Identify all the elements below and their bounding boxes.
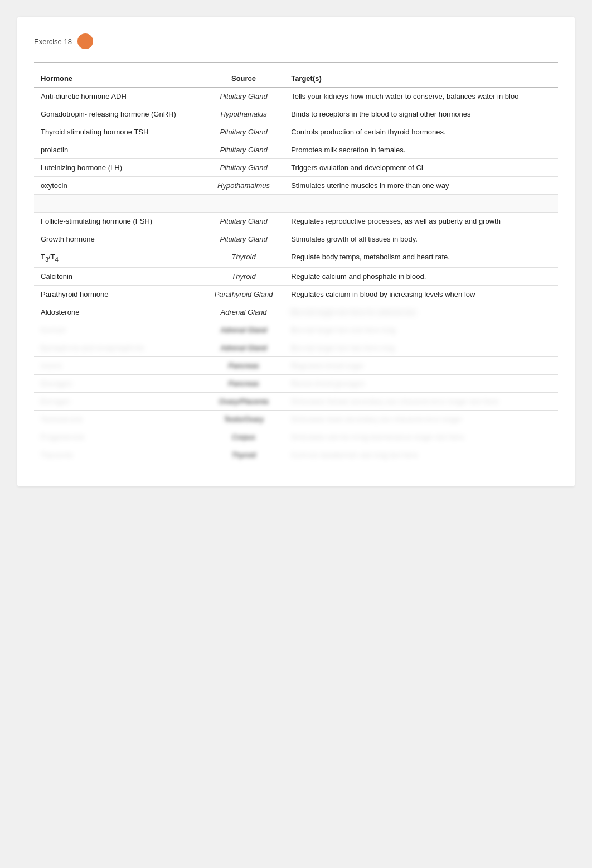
cell-hormone: Anti-diuretic hormone ADH [34, 88, 203, 105]
cell-hormone: Gonadotropin- releasing hormone (GnRH) [34, 105, 203, 123]
table-row: CortisolAdrenal GlandBlurred target text… [34, 321, 558, 339]
cell-hormone: oxytocin [34, 177, 203, 195]
cell-hormone-blurred: Insulin [34, 356, 203, 374]
cell-target-blurred: Raises blood glucagon [284, 374, 558, 392]
column-header-source: Source [203, 69, 284, 88]
table-row: prolactinPituitary GlandPromotes milk se… [34, 141, 558, 159]
page-container: Exercise 18 Hormone Source Target(s) Ant… [17, 17, 575, 486]
cell-hormone-blurred: Progesterone [34, 428, 203, 446]
cell-source-blurred: Corpus [203, 428, 284, 446]
table-row: ProgesteroneCorpusStimulates uterine lin… [34, 428, 558, 446]
cell-target-blurred: Stimulates male secondary sex characteri… [284, 410, 558, 428]
cell-source: Hypothamalus [203, 105, 284, 123]
cell-source: Hypothamalmus [203, 177, 284, 195]
table-header-row: Hormone Source Target(s) [34, 69, 558, 88]
cell-hormone-blurred: Thyroxine [34, 446, 203, 464]
cell-source: Thyroid [203, 267, 284, 285]
table-row: oxytocinHypothamalmusStimulates uterine … [34, 177, 558, 195]
cell-target-blurred: Regulates blood sugar [284, 356, 558, 374]
cell-target: Tells your kidneys how much water to con… [284, 88, 558, 105]
column-header-hormone: Hormone [34, 69, 203, 88]
table-row: EstrogenOvary/PlacentaStimulates female … [34, 392, 558, 410]
table-row: Follicle-stimulating hormone (FSH)Pituit… [34, 213, 558, 230]
cell-source-blurred: Ovary/Placenta [203, 392, 284, 410]
cell-target: Promotes milk secretion in females. [284, 141, 558, 159]
table-row: TestosteroneTestis/OvaryStimulates male … [34, 410, 558, 428]
cell-source: Pituitary Gland [203, 123, 284, 141]
table-row: Anti-diuretic hormone ADHPituitary Gland… [34, 88, 558, 105]
table-row: Epinephrine and norepinephrineAdrenal Gl… [34, 339, 558, 356]
table-row: AldosteroneAdrenal GlandBlurred target t… [34, 303, 558, 321]
cell-source: Parathyroid Gland [203, 285, 284, 303]
table-row: Thyroid stimulating hormone TSHPituitary… [34, 123, 558, 141]
cell-source: Pituitary Gland [203, 88, 284, 105]
cell-target-blurred: Stimulates uterine lining maintenance lo… [284, 428, 558, 446]
cell-target: Triggers ovulation and development of CL [284, 159, 558, 177]
cell-hormone-blurred: Testosterone [34, 410, 203, 428]
cell-source-blurred: Thyroid [203, 446, 284, 464]
cell-target: Regulate body temps, metabolism and hear… [284, 248, 558, 268]
cell-source: Thyroid [203, 248, 284, 268]
table-row: T3/T4ThyroidRegulate body temps, metabol… [34, 248, 558, 268]
cell-target-blurred: Blurred target text one here long [284, 321, 558, 339]
cell-hormone-blurred: Epinephrine and norepinephrine [34, 339, 203, 356]
table-row: Luteinizing hormone (LH)Pituitary GlandT… [34, 159, 558, 177]
table-row: CalcitoninThyroidRegulate calcium and ph… [34, 267, 558, 285]
exercise-label: Exercise 18 [34, 37, 72, 46]
column-header-target: Target(s) [284, 69, 558, 88]
cell-hormone: Luteinizing hormone (LH) [34, 159, 203, 177]
table-row: InsulinPancreasRegulates blood sugar [34, 356, 558, 374]
cell-target-blurred: Blurred target text two here long [284, 339, 558, 356]
cell-target: Controls production of certain thyroid h… [284, 123, 558, 141]
table-row: Gonadotropin- releasing hormone (GnRH)Hy… [34, 105, 558, 123]
cell-source-blurred: Pancreas [203, 374, 284, 392]
cell-source-blurred: Adrenal Gland [203, 321, 284, 339]
cell-source-blurred: Testis/Ovary [203, 410, 284, 428]
cell-target: Regulates calcium in blood by increasing… [284, 285, 558, 303]
cell-source: Pituitary Gland [203, 213, 284, 230]
cell-hormone: T3/T4 [34, 248, 203, 268]
cell-source: Pituitary Gland [203, 141, 284, 159]
table-row: Growth hormonePituitary GlandStimulates … [34, 230, 558, 248]
cell-hormone: Follicle-stimulating hormone (FSH) [34, 213, 203, 230]
cell-target: Regulate calcium and phosphate in blood. [284, 267, 558, 285]
table-row: ThyroxineThyroidControls metabolism rate… [34, 446, 558, 464]
cell-hormone-blurred: Estrogen [34, 392, 203, 410]
table-row [34, 195, 558, 213]
cell-target-blurred: Controls metabolism rate long text here [284, 446, 558, 464]
cell-hormone: Calcitonin [34, 267, 203, 285]
cell-hormone-blurred: Glucagon [34, 374, 203, 392]
cell-source: Adrenal Gland [203, 303, 284, 321]
orange-circle-decoration [77, 33, 93, 49]
header-divider [34, 62, 558, 63]
cell-hormone: Growth hormone [34, 230, 203, 248]
hormone-table: Hormone Source Target(s) Anti-diuretic h… [34, 69, 558, 464]
cell-target: Stimulates uterine muscles in more than … [284, 177, 558, 195]
cell-target: Blurred target text here for aldosterone [284, 303, 558, 321]
header: Exercise 18 [34, 33, 558, 49]
cell-hormone-blurred: Cortisol [34, 321, 203, 339]
cell-source: Pituitary Gland [203, 159, 284, 177]
table-row: Parathyroid hormoneParathyroid GlandRegu… [34, 285, 558, 303]
cell-target-blurred: Stimulates female secondary sex characte… [284, 392, 558, 410]
cell-target: Stimulates growth of all tissues in body… [284, 230, 558, 248]
cell-source-blurred: Adrenal Gland [203, 339, 284, 356]
cell-hormone: Thyroid stimulating hormone TSH [34, 123, 203, 141]
cell-source-blurred: Pancreas [203, 356, 284, 374]
cell-hormone: Aldosterone [34, 303, 203, 321]
cell-source: Pituitary Gland [203, 230, 284, 248]
cell-hormone: Parathyroid hormone [34, 285, 203, 303]
table-row: GlucagonPancreasRaises blood glucagon [34, 374, 558, 392]
cell-hormone: prolactin [34, 141, 203, 159]
cell-target: Regulates reproductive processes, as wel… [284, 213, 558, 230]
cell-target: Binds to receptors in the blood to signa… [284, 105, 558, 123]
